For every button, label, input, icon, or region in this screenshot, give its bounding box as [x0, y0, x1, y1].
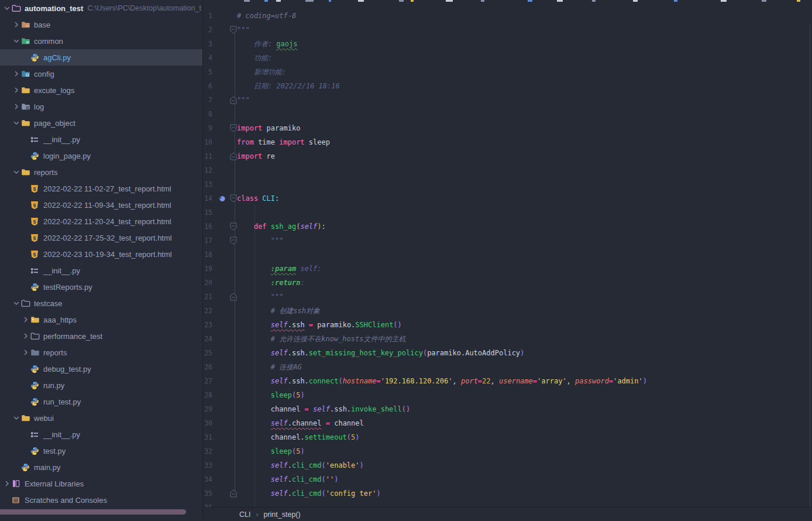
code-line[interactable]: 20 :return: — [203, 276, 812, 290]
code-line[interactable]: 9import paramiko — [203, 121, 812, 135]
line-number[interactable]: 10 — [203, 138, 212, 146]
code-line[interactable]: 5 新增功能: — [203, 65, 812, 79]
code-line[interactable]: 29 channel = self.ssh.invoke_shell() — [203, 402, 812, 416]
fold-marker[interactable] — [212, 220, 237, 234]
line-number[interactable]: 16 — [203, 222, 212, 231]
line-number[interactable]: 6 — [203, 82, 212, 90]
fold-marker[interactable] — [212, 93, 237, 107]
line-number[interactable]: 4 — [203, 54, 212, 62]
line-number[interactable]: 17 — [203, 236, 212, 245]
tree-item-config[interactable]: config — [0, 66, 202, 82]
chevron-right-icon[interactable] — [12, 102, 21, 111]
line-number[interactable]: 5 — [203, 68, 212, 76]
fold-marker[interactable] — [212, 23, 237, 37]
line-number[interactable]: 9 — [203, 124, 212, 132]
chevron-down-icon[interactable] — [12, 119, 21, 127]
tree-item-main-py[interactable]: main.py — [0, 459, 202, 475]
line-number[interactable]: 19 — [203, 265, 212, 273]
tree-item-2022-02-23-10-19-34-test-report-html[interactable]: 52022-02-23 10-19-34_test_report.html — [0, 246, 202, 262]
line-number[interactable]: 25 — [203, 349, 212, 357]
tree-item-testcase[interactable]: testcase — [0, 295, 202, 311]
fold-marker[interactable] — [212, 149, 237, 163]
code-line[interactable]: 19 :param self: — [203, 262, 812, 276]
line-number[interactable]: 14 — [203, 194, 212, 203]
fold-marker[interactable] — [212, 486, 237, 501]
tree-item-agcli-py[interactable]: agCli.py — [0, 49, 202, 66]
code-line[interactable]: 15 — [203, 205, 812, 220]
line-number[interactable]: 31 — [203, 433, 212, 441]
line-number[interactable]: 8 — [203, 110, 212, 118]
tree-item-base[interactable]: base — [0, 16, 202, 33]
chevron-right-icon[interactable] — [12, 20, 21, 29]
line-number[interactable]: 35 — [203, 489, 212, 498]
editor-pane[interactable]: 1# coding=utf-82"""3 作者: gaojs4 功能:5 新增功… — [203, 0, 812, 521]
line-number[interactable]: 20 — [203, 279, 212, 287]
line-number[interactable]: 22 — [203, 307, 212, 315]
chevron-right-icon[interactable] — [12, 86, 21, 94]
code-line[interactable]: 11import re — [203, 149, 812, 163]
code-line[interactable]: 28 sleep(5) — [203, 388, 812, 402]
tree-item-webui[interactable]: webui — [0, 410, 202, 426]
tree-item-automation-test[interactable]: automation_testC:\Users\PC\Desktop\autom… — [0, 0, 202, 16]
code-line[interactable]: 24 # 允许连接不在know_hosts文件中的主机 — [203, 332, 812, 346]
code-line[interactable]: 10from time import sleep — [203, 135, 812, 149]
chevron-right-icon[interactable] — [21, 348, 30, 357]
line-number[interactable]: 15 — [203, 208, 212, 217]
chevron-right-icon[interactable] — [21, 332, 30, 340]
tree-item-log[interactable]: log — [0, 98, 202, 115]
chevron-right-icon[interactable] — [21, 316, 30, 324]
code-line[interactable]: 33 self.cli_cmd('enable') — [203, 458, 812, 472]
editor-scrollbar-track[interactable] — [810, 25, 810, 521]
code-line[interactable]: 26 # 连接AG — [203, 360, 812, 374]
code-line[interactable]: 23 self.ssh = paramiko.SSHClient() — [203, 318, 812, 332]
line-number[interactable]: 23 — [203, 321, 212, 329]
tree-item-page-object[interactable]: page_object — [0, 115, 202, 131]
tree-item-2022-02-22-11-20-24-test-report-html[interactable]: 52022-02-22 11-20-24_test_report.html — [0, 213, 202, 229]
tree-item-2022-02-22-17-25-32-test-report-html[interactable]: 52022-02-22 17-25-32_test_report.html — [0, 229, 202, 246]
line-number[interactable]: 30 — [203, 419, 212, 427]
code-line[interactable]: 16 def ssh_ag(self): — [203, 220, 812, 234]
tree-item-test-py[interactable]: test.py — [0, 443, 202, 459]
tree-item-excute-logs[interactable]: excute_logs — [0, 82, 202, 98]
tree-item-performance-test[interactable]: performance_test — [0, 328, 202, 344]
chevron-right-icon[interactable] — [2, 479, 12, 488]
code-line[interactable]: 14class CLI: — [203, 191, 812, 205]
line-number[interactable]: 27 — [203, 377, 212, 385]
code-line[interactable]: 34 self.cli_cmd('') — [203, 472, 812, 486]
code-line[interactable]: 35 self.cli_cmd('config ter') — [203, 486, 812, 501]
code-line[interactable]: 31 channel.settimeout(5) — [203, 430, 812, 444]
tree-item-testreports-py[interactable]: testReports.py — [0, 279, 202, 295]
line-number[interactable]: 33 — [203, 461, 212, 469]
line-number[interactable]: 34 — [203, 475, 212, 484]
code-line[interactable]: 3 作者: gaojs — [203, 37, 812, 51]
line-number[interactable]: 2 — [203, 26, 212, 34]
line-number[interactable]: 11 — [203, 152, 212, 160]
line-number[interactable]: 26 — [203, 363, 212, 371]
tree-item-2022-02-22-11-02-27-test-report-html[interactable]: 52022-02-22 11-02-27_test_report.html — [0, 180, 202, 197]
chevron-down-icon[interactable] — [12, 168, 21, 176]
line-number[interactable]: 3 — [203, 40, 212, 48]
code-line[interactable]: 7""" — [203, 93, 812, 107]
code-line[interactable]: 27 self.ssh.connect(hostname='192.168.12… — [203, 374, 812, 388]
line-number[interactable]: 1 — [203, 12, 212, 20]
tree-item-login-page-py[interactable]: login_page.py — [0, 148, 202, 164]
chevron-right-icon[interactable] — [12, 70, 21, 78]
fold-marker[interactable] — [212, 290, 237, 304]
fold-marker[interactable] — [212, 191, 237, 205]
project-horizontal-scrollbar[interactable] — [0, 509, 186, 515]
line-number[interactable]: 24 — [203, 335, 212, 343]
chevron-down-icon[interactable] — [12, 299, 21, 307]
line-number[interactable]: 29 — [203, 405, 212, 413]
fold-marker[interactable] — [212, 121, 237, 135]
code-line[interactable]: 25 self.ssh.set_missing_host_key_policy(… — [203, 346, 812, 360]
line-number[interactable]: 18 — [203, 251, 212, 259]
tree-item-init-py[interactable]: __init__.py — [0, 131, 202, 148]
code-line[interactable]: 22 # 创建ssh对象 — [203, 304, 812, 318]
line-number[interactable]: 13 — [203, 180, 212, 188]
line-number[interactable]: 32 — [203, 447, 212, 455]
code-line[interactable]: 30 self.channel = channel — [203, 416, 812, 430]
chevron-down-icon[interactable] — [12, 37, 21, 45]
code-line[interactable]: 21 """ — [203, 290, 812, 304]
tree-item-debug-test-py[interactable]: debug_test.py — [0, 361, 202, 377]
breadcrumb-item[interactable]: CLI — [239, 510, 250, 519]
